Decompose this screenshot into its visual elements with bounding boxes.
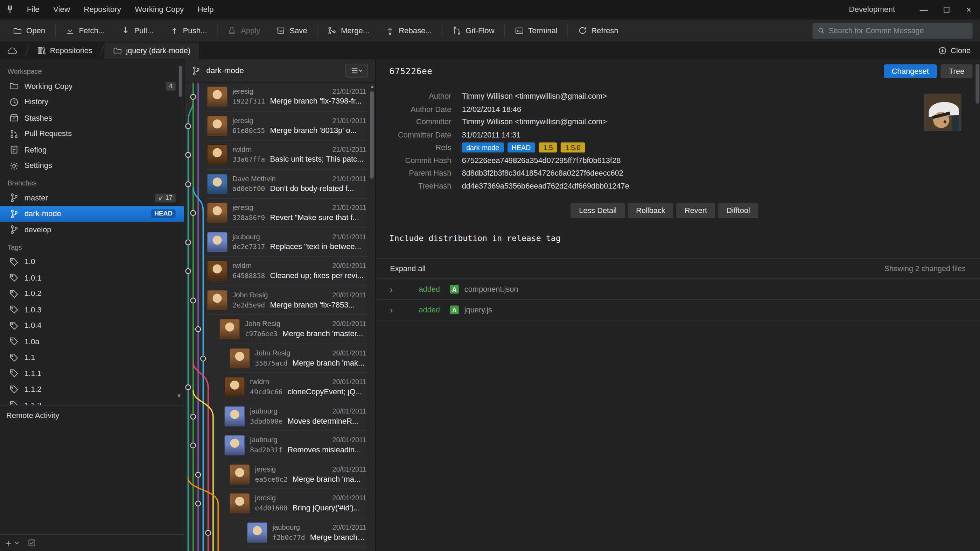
sidebar-item-history[interactable]: History: [0, 94, 184, 110]
ref-badge[interactable]: 1.5: [539, 143, 557, 153]
apply-button[interactable]: Apply: [220, 19, 268, 43]
commit-date: 20/01/2011: [332, 465, 366, 473]
sidebar-item-tag[interactable]: 1.0.1: [0, 270, 184, 286]
commit-date: 21/01/2011: [332, 204, 366, 211]
gitflow-button[interactable]: Git-Flow: [444, 19, 503, 43]
commit-message: Basic unit tests; This patc...: [270, 155, 363, 164]
commit-row[interactable]: jeresig 20/01/2011 ea5ce8c2 Merge branch…: [185, 460, 375, 489]
detail-scrollbar-thumb[interactable]: [975, 64, 979, 103]
checkbox-filter-icon[interactable]: [27, 538, 36, 547]
commit-row[interactable]: John Resig 20/01/2011 c97b6ee3 Merge bra…: [185, 315, 375, 344]
maximize-button[interactable]: [935, 0, 957, 19]
sidebar-item-tag[interactable]: 1.0.2: [0, 286, 184, 302]
commit-row[interactable]: rwldrn 20/01/2011 64588858 Cleaned up; f…: [185, 257, 375, 286]
tag-icon: [10, 385, 19, 394]
close-button[interactable]: ×: [958, 0, 980, 19]
menu-file[interactable]: File: [20, 0, 46, 19]
ref-badge[interactable]: 1.5.0: [561, 143, 585, 153]
sidebar-branch-dark-mode[interactable]: dark-mode HEAD: [0, 206, 184, 222]
fetch-button[interactable]: Fetch...: [58, 19, 113, 43]
tree-tab[interactable]: Tree: [941, 64, 973, 78]
sidebar-item-settings[interactable]: Settings: [0, 158, 184, 174]
remotes-cloud-tab[interactable]: [0, 42, 25, 59]
repo-tab-label: jquery (dark-mode): [126, 46, 190, 55]
save-button[interactable]: Save: [268, 19, 315, 43]
changeset-tab[interactable]: Changeset: [883, 64, 937, 78]
push-label: Push...: [183, 26, 207, 35]
sidebar-item-pull-requests[interactable]: Pull Requests: [0, 126, 184, 142]
action-button[interactable]: Difftool: [718, 203, 758, 218]
commit-row[interactable]: John Resig 20/01/2011 35875acd Merge bra…: [185, 344, 375, 373]
commit-date: 21/01/2011: [332, 87, 366, 95]
ref-badge[interactable]: dark-mode: [462, 143, 504, 153]
menu-view[interactable]: View: [46, 0, 76, 19]
sidebar-item-tag[interactable]: 1.0.3: [0, 302, 184, 318]
commit-search-box[interactable]: [812, 23, 972, 38]
ref-badge[interactable]: HEAD: [507, 143, 535, 153]
titlebar: File View Repository Working Copy Help D…: [0, 0, 980, 19]
menu-repository[interactable]: Repository: [77, 0, 128, 19]
commit-row[interactable]: rwldrn 21/01/2011 33a67ffa Basic unit te…: [185, 141, 375, 170]
sidebar-item-reflog[interactable]: Reflog: [0, 142, 184, 158]
minimize-button[interactable]: —: [912, 0, 935, 19]
commit-list-scrollbar[interactable]: ▲: [369, 83, 375, 551]
sidebar-item-tag[interactable]: 1.1.1: [0, 365, 184, 382]
field-value: 8d8db3f2b3f8c3d41854726c8a0227f6deecc602: [462, 169, 624, 178]
stash-box-icon: [10, 113, 19, 123]
expand-all-button[interactable]: Expand all: [390, 264, 426, 273]
action-button[interactable]: Revert: [676, 203, 715, 218]
commit-row[interactable]: jaubourg 20/01/2011 8ad2b31f Removes mis…: [185, 431, 375, 460]
menu-working-copy[interactable]: Working Copy: [128, 0, 191, 19]
sidebar-item-tag[interactable]: 1.0a: [0, 334, 184, 350]
open-button[interactable]: Open: [5, 19, 53, 43]
sidebar-scrollbar-thumb[interactable]: [179, 65, 182, 97]
commit-row[interactable]: jaubourg 20/01/2011 f2b0c77d Merge branc…: [185, 518, 375, 547]
sidebar-item-tag[interactable]: 1.1.3: [0, 397, 184, 405]
refresh-button[interactable]: Refresh: [570, 19, 626, 43]
commit-row[interactable]: rwldrn 20/01/2011 49cd9c66 cloneCopyEven…: [185, 373, 375, 402]
commit-row[interactable]: jeresig 21/01/2011 1922f311 Merge branch…: [185, 83, 375, 111]
push-button[interactable]: Push...: [162, 19, 215, 43]
terminal-button[interactable]: Terminal: [507, 19, 566, 43]
changed-files-section: Expand all Showing 2 changed files › add…: [375, 258, 980, 321]
action-button[interactable]: Rollback: [628, 203, 673, 218]
commit-row[interactable]: jaubourg 20/01/2011 3dbd600e Moves deter…: [185, 402, 375, 431]
sidebar-item-tag[interactable]: 1.0: [0, 254, 184, 270]
commit-author: John Resig: [245, 320, 280, 327]
commit-row[interactable]: jeresig 21/01/2011 328a86f9 Revert "Make…: [185, 199, 375, 228]
sidebar-item-tag[interactable]: 1.0.4: [0, 318, 184, 334]
tag-icon: [10, 337, 19, 346]
clone-button[interactable]: Clone: [929, 42, 980, 59]
current-branch-label: dark-mode: [206, 66, 244, 75]
commit-row[interactable]: jaubourg 21/01/2011 dc2e7317 Replaces "t…: [185, 228, 375, 257]
repo-tab-jquery[interactable]: jquery (dark-mode): [104, 42, 200, 59]
menu-help[interactable]: Help: [191, 0, 221, 19]
sidebar-item-tag[interactable]: 1.1.2: [0, 381, 184, 397]
sidebar-scroll-down-icon[interactable]: ▼: [177, 393, 182, 399]
expand-chevron-icon[interactable]: ›: [390, 284, 418, 294]
commit-row[interactable]: jeresig 21/01/2011 61e80c55 Merge branch…: [185, 111, 375, 141]
sidebar-item-working-copy[interactable]: Working Copy 4: [0, 78, 184, 94]
scrollbar-thumb[interactable]: [370, 91, 374, 179]
sidebar-branch-develop[interactable]: develop: [0, 222, 184, 238]
action-button[interactable]: Less Detail: [571, 203, 625, 218]
repositories-tab[interactable]: Repositories: [29, 42, 100, 59]
sidebar-item-tag[interactable]: 1.1: [0, 349, 184, 365]
rebase-button[interactable]: Rebase...: [377, 19, 440, 43]
commit-row[interactable]: jeresig 20/01/2011 e4d01688 Bring jQuery…: [185, 489, 375, 518]
graph-view-options-button[interactable]: [345, 64, 368, 77]
sidebar-branch-master[interactable]: master ↙ 17: [0, 190, 184, 206]
expand-chevron-icon[interactable]: ›: [390, 305, 418, 314]
pull-button[interactable]: Pull...: [113, 19, 162, 43]
sidebar-item-stashes[interactable]: Stashes: [0, 110, 184, 126]
commit-row[interactable]: Dave Methvin 21/01/2011 ad0ebf00 Don't d…: [185, 170, 375, 199]
scrollbar-up-arrow[interactable]: ▲: [369, 84, 375, 89]
add-dropdown-chevron-icon[interactable]: [14, 540, 20, 545]
add-button[interactable]: +: [6, 538, 11, 548]
file-row[interactable]: › added A jquery.js: [375, 300, 980, 321]
merge-button[interactable]: Merge...: [320, 19, 377, 43]
commit-row[interactable]: John Resig 20/01/2011 2e2d5e9d Merge bra…: [185, 286, 375, 315]
search-input[interactable]: [829, 26, 967, 35]
commit-message: Merge branch '...: [310, 533, 366, 541]
file-row[interactable]: › added A component.json: [375, 279, 980, 300]
